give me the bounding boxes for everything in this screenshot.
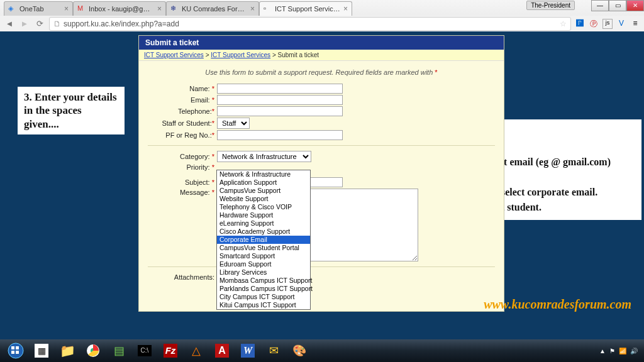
category-option[interactable]: Application Support [217,178,310,187]
taskbar-vlc[interactable]: △ [184,341,208,360]
taskbar-explorer[interactable]: 📁 [55,341,79,360]
category-option[interactable]: Network & Infrastructure [217,170,310,178]
start-button[interactable] [4,341,28,360]
crumb-link-1[interactable]: ICT Support Services [144,52,204,58]
chrome-menu-icon[interactable]: ≡ [630,19,640,29]
svg-rect-2 [16,346,19,349]
category-option[interactable]: CampusVue Support [217,187,310,195]
form-header: Submit a ticket [139,36,504,50]
forum-icon: ❄ [170,4,179,13]
taskbar-chrome[interactable] [81,341,105,360]
svg-rect-1 [11,346,14,349]
extension-icons: 🅿 Ⓟ js V ≡ [575,19,640,29]
crumb-current: Submit a ticket [278,52,319,58]
window-controls: — ▭ ✕ [591,0,644,11]
telephone-input[interactable] [217,106,343,116]
pinterest-icon[interactable]: Ⓟ [589,19,599,29]
ticket-form: Submit a ticket ICT Support Services > I… [138,35,504,312]
page-icon: 🗋 [53,19,61,28]
tray-flag-icon[interactable]: ⚑ [609,348,615,354]
address-bar: ◄ ► ⟳ 🗋 support.ku.ac.ke/index.php?a=add… [0,16,644,31]
taskbar-cmd[interactable]: C:\ [133,341,157,360]
taskbar-mail[interactable]: ✉ [262,341,286,360]
category-option[interactable]: City Campus ICT Support [217,293,310,301]
url-input[interactable]: 🗋 support.ku.ac.ke/index.php?a=add ☆ [49,17,571,31]
label-category: Category: * [148,153,217,160]
category-option[interactable]: eLearning Support [217,219,310,228]
category-select[interactable]: Network & Infrastructure [217,151,311,162]
ext-icon-js[interactable]: js [602,19,613,29]
chrome-user-button[interactable]: The-President [526,1,575,10]
taskbar-filezilla[interactable]: Fz [158,341,182,360]
breadcrumb: ICT Support Services > ICT Support Servi… [139,50,504,61]
category-option[interactable]: Website Support [217,195,310,203]
taskbar-word[interactable]: W [236,341,260,360]
tray-up-icon[interactable]: ▲ [599,348,606,354]
name-input[interactable] [217,84,343,94]
browser-chrome: — ▭ ✕ The-President ◈ OneTab × M Inbox -… [0,0,644,31]
category-option[interactable]: Library Services [217,268,310,277]
category-option[interactable]: Corporate Email [217,236,310,244]
form-area: Use this form to submit a support reques… [139,61,504,311]
tab-onetab[interactable]: ◈ OneTab × [4,1,73,16]
taskbar: ▦ 📁 ▤ C:\ Fz △ A W ✉ 🎨 ▲ ⚑ 📶 🔊 [0,339,644,362]
tab-forum[interactable]: ❄ KU Comrades Forum | All × [166,1,259,16]
label-email: Email: * [148,96,217,104]
label-attachments: Attachments: [148,273,217,281]
page-icon: ▫ [264,4,272,13]
category-option[interactable]: Telephony & Cisco VOIP [217,203,310,211]
taskbar-notepadpp[interactable]: ▤ [107,341,131,360]
crumb-link-2[interactable]: ICT Support Services [211,52,270,58]
form-note: Use this form to submit a support reques… [148,66,495,82]
tab-gmail[interactable]: M Inbox - kaugip@gmail.co × [73,1,166,16]
category-option[interactable]: Smartcard Support [217,252,310,260]
label-message: Message: * [148,189,217,196]
annotation-left: 3. Enter your details in the spaces give… [18,87,125,134]
label-priority: Priority: * [148,163,217,171]
close-icon[interactable]: × [250,4,255,13]
label-staff: Staff or Student:* [148,119,217,127]
taskbar-app-1[interactable]: ▦ [30,341,53,360]
pf-input[interactable] [217,130,343,140]
category-option[interactable]: Eduroam Support [217,260,310,268]
category-option[interactable]: CampusVue Student Portal [217,244,310,252]
window-close[interactable]: ✕ [626,0,644,11]
staff-select[interactable]: Staff [217,118,250,129]
label-pf: PF or Reg No.:* [148,131,217,139]
watermark: www.kucomradesforum.com [484,297,631,312]
email-input[interactable] [217,95,343,105]
label-telephone: Telephone:* [148,107,217,115]
forward-button[interactable]: ► [19,18,30,30]
category-option[interactable]: Hardware Support [217,211,310,219]
close-icon[interactable]: × [157,4,162,13]
label-name: Name: * [148,85,217,92]
category-option[interactable]: Parklands Campus ICT Support [217,285,310,293]
window-maximize[interactable]: ▭ [609,0,626,11]
gmail-icon: M [77,4,86,13]
back-button[interactable]: ◄ [4,18,15,30]
ext-icon-1[interactable]: 🅿 [575,19,585,29]
window-minimize[interactable]: — [591,0,609,11]
star-icon[interactable]: ☆ [560,19,567,28]
taskbar-adobe[interactable]: A [210,341,234,360]
category-option[interactable]: Mombasa Campus ICT Support [217,277,310,285]
close-icon[interactable]: × [64,4,69,13]
tab-ict[interactable]: ▫ ICT Support Services - Su × [259,1,352,16]
onetab-icon: ◈ [8,4,17,13]
category-option[interactable]: Cisco Academy Support [217,228,310,236]
url-text: support.ku.ac.ke/index.php?a=add [64,19,179,28]
tray-network-icon[interactable]: 📶 [619,348,626,354]
svg-rect-3 [11,351,14,354]
page-body: 3. Enter your details in the spaces give… [0,31,644,339]
label-subject: Subject: * [148,178,217,186]
svg-rect-4 [16,351,19,354]
tray-volume-icon[interactable]: 🔊 [630,348,638,354]
reload-button[interactable]: ⟳ [34,18,45,30]
close-icon[interactable]: × [343,4,348,13]
ext-icon-v[interactable]: V [616,19,626,29]
category-option[interactable]: Kitui Campus ICT Support [217,301,310,309]
taskbar-paint[interactable]: 🎨 [287,341,311,360]
system-tray[interactable]: ▲ ⚑ 📶 🔊 [599,348,640,354]
category-dropdown[interactable]: Network & InfrastructureApplication Supp… [216,170,311,310]
